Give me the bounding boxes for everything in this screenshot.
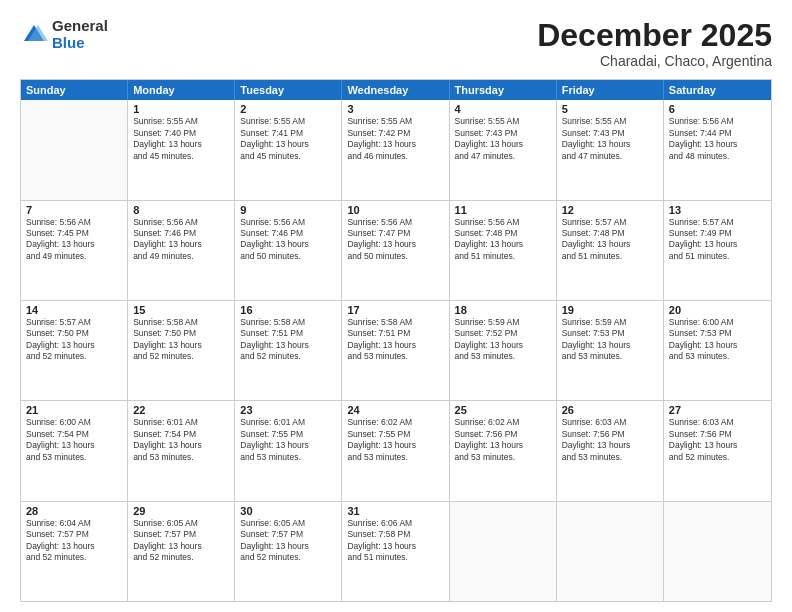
cell-info-line: Sunrise: 6:03 AM (562, 417, 658, 428)
cell-info-line: Sunrise: 6:05 AM (240, 518, 336, 529)
cell-info-line: Daylight: 13 hours (669, 139, 766, 150)
cell-info-line: Daylight: 13 hours (562, 239, 658, 250)
cell-info-line: Daylight: 13 hours (669, 239, 766, 250)
day-number: 16 (240, 304, 336, 316)
cell-info-line: and 45 minutes. (240, 151, 336, 162)
cal-cell-day-6: 6Sunrise: 5:56 AMSunset: 7:44 PMDaylight… (664, 100, 771, 199)
logo: General Blue (20, 18, 108, 51)
cal-cell-day-16: 16Sunrise: 5:58 AMSunset: 7:51 PMDayligh… (235, 301, 342, 400)
cell-info-line: and 53 minutes. (240, 452, 336, 463)
header-day-saturday: Saturday (664, 80, 771, 100)
day-number: 10 (347, 204, 443, 216)
cell-info-line: and 53 minutes. (562, 351, 658, 362)
cell-info-line: Sunset: 7:57 PM (240, 529, 336, 540)
day-number: 15 (133, 304, 229, 316)
cal-row-3: 14Sunrise: 5:57 AMSunset: 7:50 PMDayligh… (21, 300, 771, 400)
day-number: 7 (26, 204, 122, 216)
cal-cell-empty (664, 502, 771, 601)
cell-info-line: and 53 minutes. (347, 452, 443, 463)
cell-info-line: and 53 minutes. (133, 452, 229, 463)
page: General Blue December 2025 Charadai, Cha… (0, 0, 792, 612)
cell-info-line: Daylight: 13 hours (562, 340, 658, 351)
cell-info-line: and 50 minutes. (240, 251, 336, 262)
cell-info-line: Daylight: 13 hours (240, 139, 336, 150)
cell-info-line: Sunset: 7:44 PM (669, 128, 766, 139)
cal-cell-day-26: 26Sunrise: 6:03 AMSunset: 7:56 PMDayligh… (557, 401, 664, 500)
cell-info-line: Sunrise: 6:02 AM (455, 417, 551, 428)
cal-cell-empty (21, 100, 128, 199)
cell-info-line: Daylight: 13 hours (240, 239, 336, 250)
cal-cell-day-15: 15Sunrise: 5:58 AMSunset: 7:50 PMDayligh… (128, 301, 235, 400)
cal-cell-day-24: 24Sunrise: 6:02 AMSunset: 7:55 PMDayligh… (342, 401, 449, 500)
cell-info-line: Sunrise: 6:04 AM (26, 518, 122, 529)
cal-row-2: 7Sunrise: 5:56 AMSunset: 7:45 PMDaylight… (21, 200, 771, 300)
cell-info-line: and 52 minutes. (240, 351, 336, 362)
cell-info-line: Sunset: 7:45 PM (26, 228, 122, 239)
day-number: 25 (455, 404, 551, 416)
day-number: 8 (133, 204, 229, 216)
cell-info-line: and 53 minutes. (562, 452, 658, 463)
day-number: 21 (26, 404, 122, 416)
cal-cell-day-20: 20Sunrise: 6:00 AMSunset: 7:53 PMDayligh… (664, 301, 771, 400)
cal-cell-day-17: 17Sunrise: 5:58 AMSunset: 7:51 PMDayligh… (342, 301, 449, 400)
cell-info-line: and 52 minutes. (669, 452, 766, 463)
cell-info-line: Daylight: 13 hours (455, 340, 551, 351)
location: Charadai, Chaco, Argentina (537, 53, 772, 69)
cell-info-line: Sunset: 7:57 PM (26, 529, 122, 540)
cell-info-line: Sunrise: 5:58 AM (240, 317, 336, 328)
cell-info-line: Sunset: 7:53 PM (562, 328, 658, 339)
cell-info-line: Sunrise: 6:01 AM (240, 417, 336, 428)
cal-cell-day-9: 9Sunrise: 5:56 AMSunset: 7:46 PMDaylight… (235, 201, 342, 300)
title-block: December 2025 Charadai, Chaco, Argentina (537, 18, 772, 69)
day-number: 5 (562, 103, 658, 115)
day-number: 23 (240, 404, 336, 416)
day-number: 26 (562, 404, 658, 416)
cell-info-line: Daylight: 13 hours (347, 440, 443, 451)
cell-info-line: Sunrise: 6:00 AM (669, 317, 766, 328)
cell-info-line: and 51 minutes. (562, 251, 658, 262)
cell-info-line: Daylight: 13 hours (347, 541, 443, 552)
cell-info-line: Sunset: 7:48 PM (562, 228, 658, 239)
cell-info-line: and 52 minutes. (240, 552, 336, 563)
cell-info-line: Daylight: 13 hours (562, 440, 658, 451)
cell-info-line: Sunset: 7:40 PM (133, 128, 229, 139)
calendar-header: SundayMondayTuesdayWednesdayThursdayFrid… (21, 80, 771, 100)
cell-info-line: Sunset: 7:52 PM (455, 328, 551, 339)
cell-info-line: and 48 minutes. (669, 151, 766, 162)
cell-info-line: Sunrise: 6:00 AM (26, 417, 122, 428)
logo-general: General (52, 18, 108, 35)
header-day-sunday: Sunday (21, 80, 128, 100)
cal-cell-day-30: 30Sunrise: 6:05 AMSunset: 7:57 PMDayligh… (235, 502, 342, 601)
cell-info-line: Sunrise: 5:55 AM (455, 116, 551, 127)
cell-info-line: Sunrise: 5:59 AM (455, 317, 551, 328)
cell-info-line: and 52 minutes. (133, 552, 229, 563)
cell-info-line: Sunset: 7:54 PM (26, 429, 122, 440)
cell-info-line: Sunrise: 6:01 AM (133, 417, 229, 428)
cell-info-line: Daylight: 13 hours (26, 239, 122, 250)
header-day-thursday: Thursday (450, 80, 557, 100)
cell-info-line: Daylight: 13 hours (347, 239, 443, 250)
day-number: 22 (133, 404, 229, 416)
cal-cell-day-28: 28Sunrise: 6:04 AMSunset: 7:57 PMDayligh… (21, 502, 128, 601)
cell-info-line: Daylight: 13 hours (133, 440, 229, 451)
day-number: 4 (455, 103, 551, 115)
cell-info-line: Sunset: 7:58 PM (347, 529, 443, 540)
cell-info-line: Daylight: 13 hours (133, 239, 229, 250)
cell-info-line: Sunrise: 5:56 AM (347, 217, 443, 228)
day-number: 29 (133, 505, 229, 517)
cal-cell-day-3: 3Sunrise: 5:55 AMSunset: 7:42 PMDaylight… (342, 100, 449, 199)
cell-info-line: Daylight: 13 hours (133, 541, 229, 552)
cell-info-line: Sunrise: 5:57 AM (669, 217, 766, 228)
cal-cell-day-29: 29Sunrise: 6:05 AMSunset: 7:57 PMDayligh… (128, 502, 235, 601)
cell-info-line: Sunset: 7:47 PM (347, 228, 443, 239)
cell-info-line: Daylight: 13 hours (455, 139, 551, 150)
cell-info-line: Daylight: 13 hours (26, 541, 122, 552)
day-number: 12 (562, 204, 658, 216)
cell-info-line: Daylight: 13 hours (347, 340, 443, 351)
cell-info-line: Daylight: 13 hours (133, 340, 229, 351)
day-number: 6 (669, 103, 766, 115)
cell-info-line: Sunrise: 5:56 AM (26, 217, 122, 228)
cell-info-line: Sunrise: 5:56 AM (669, 116, 766, 127)
cell-info-line: Sunset: 7:54 PM (133, 429, 229, 440)
cell-info-line: Sunset: 7:48 PM (455, 228, 551, 239)
